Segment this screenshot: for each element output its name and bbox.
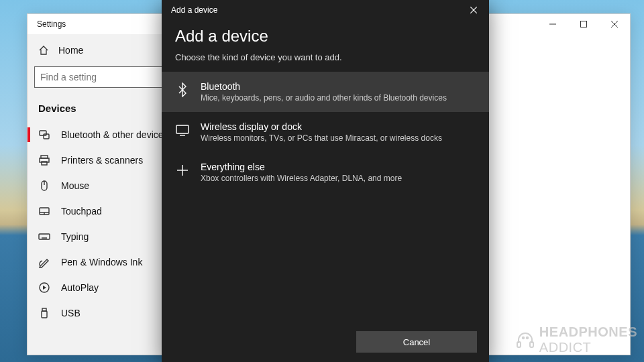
nav-typing[interactable]: Typing <box>28 224 182 249</box>
option-wireless-display[interactable]: Wireless display or dock Wireless monito… <box>162 112 489 152</box>
svg-rect-1 <box>581 21 587 27</box>
dialog-titlebar-text: Add a device <box>171 5 217 15</box>
section-heading: Devices <box>28 97 182 122</box>
dialog-heading: Add a device <box>175 27 476 46</box>
nav-usb[interactable]: USB <box>28 300 182 326</box>
nav-label: Typing <box>61 231 89 242</box>
svg-rect-23 <box>42 311 47 318</box>
add-device-dialog: Add a device Add a device Choose the kin… <box>162 0 489 362</box>
nav-printers[interactable]: Printers & scanners <box>28 147 182 173</box>
watermark-text-2: ADDICT <box>539 340 591 355</box>
usb-icon <box>38 307 50 319</box>
nav-mouse[interactable]: Mouse <box>28 173 182 198</box>
plus-icon <box>175 163 190 178</box>
option-desc: Xbox controllers with Wireless Adapter, … <box>201 174 402 183</box>
nav-label: Mouse <box>61 180 89 191</box>
option-everything-else[interactable]: Everything else Xbox controllers with Wi… <box>162 152 489 192</box>
bluetooth-icon <box>175 82 190 97</box>
nav-label: Printers & scanners <box>61 155 143 166</box>
watermark-logo: HEADPHONES ADDICT <box>515 324 637 355</box>
nav-label: Touchpad <box>61 206 102 217</box>
autoplay-icon <box>38 282 50 294</box>
option-desc: Wireless monitors, TVs, or PCs that use … <box>201 133 442 143</box>
desktop-background: Settings Home <box>0 0 644 362</box>
nav-touchpad[interactable]: Touchpad <box>28 198 182 224</box>
settings-title: Settings <box>37 19 66 29</box>
close-button[interactable] <box>599 14 630 34</box>
svg-marker-21 <box>43 286 46 290</box>
search-input[interactable] <box>40 72 169 82</box>
nav-label: Bluetooth & other devices <box>61 129 168 140</box>
window-controls <box>537 14 630 34</box>
minimize-button[interactable] <box>537 14 568 34</box>
display-icon <box>175 123 190 137</box>
svg-point-32 <box>523 337 524 339</box>
nav-label: AutoPlay <box>61 282 99 293</box>
dialog-titlebar: Add a device <box>162 0 489 20</box>
option-desc: Mice, keyboards, pens, or audio and othe… <box>201 93 447 103</box>
svg-rect-14 <box>39 234 50 239</box>
touchpad-icon <box>38 205 50 217</box>
dialog-close-button[interactable] <box>458 0 489 20</box>
mouse-icon <box>38 180 50 192</box>
option-title: Everything else <box>201 162 402 172</box>
keyboard-icon <box>38 231 50 243</box>
nav-pen[interactable]: Pen & Windows Ink <box>28 249 182 275</box>
dialog-subtitle: Choose the kind of device you want to ad… <box>175 52 476 62</box>
svg-rect-26 <box>176 125 189 133</box>
option-bluetooth[interactable]: Bluetooth Mice, keyboards, pens, or audi… <box>162 72 489 112</box>
nav-bluetooth-devices[interactable]: Bluetooth & other devices <box>28 122 182 147</box>
search-box[interactable] <box>34 66 175 88</box>
nav-label: USB <box>61 308 80 318</box>
home-nav[interactable]: Home <box>28 38 182 62</box>
settings-sidebar: Home Devices Bluetooth & other devices <box>28 34 182 355</box>
svg-rect-4 <box>40 131 46 135</box>
watermark-text-1: HEADPHONES <box>539 324 637 339</box>
nav-autoplay[interactable]: AutoPlay <box>28 275 182 300</box>
cancel-button[interactable]: Cancel <box>356 331 477 353</box>
svg-point-33 <box>527 337 528 339</box>
nav-label: Pen & Windows Ink <box>61 257 142 267</box>
home-label: Home <box>58 45 83 56</box>
bluetooth-devices-icon <box>38 129 50 141</box>
maximize-button[interactable] <box>568 14 599 34</box>
option-title: Bluetooth <box>201 81 447 92</box>
option-title: Wireless display or dock <box>201 121 442 132</box>
pen-icon <box>38 256 50 268</box>
printer-icon <box>38 154 50 166</box>
home-icon <box>38 45 49 56</box>
